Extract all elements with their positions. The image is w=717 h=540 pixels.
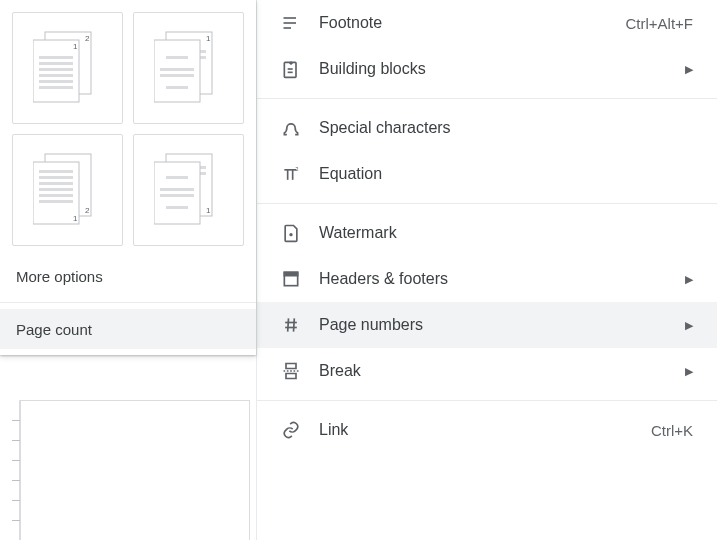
document-page xyxy=(20,400,250,540)
pi-icon: 2 xyxy=(279,162,303,186)
svg-point-50 xyxy=(289,233,292,236)
submenu-arrow-icon: ▶ xyxy=(685,365,693,378)
menu-item-headers-footers[interactable]: Headers & footers ▶ xyxy=(257,256,717,302)
svg-text:2: 2 xyxy=(85,34,90,43)
menu-label: Special characters xyxy=(319,119,693,137)
hash-icon xyxy=(279,313,303,337)
menu-item-break[interactable]: Break ▶ xyxy=(257,348,717,394)
more-options-item[interactable]: More options xyxy=(0,256,256,296)
more-options-label: More options xyxy=(16,268,103,285)
svg-text:1: 1 xyxy=(206,34,211,43)
svg-text:1: 1 xyxy=(73,214,78,223)
svg-rect-4 xyxy=(39,56,73,59)
svg-rect-8 xyxy=(39,80,73,83)
headers-footers-icon xyxy=(279,267,303,291)
svg-rect-5 xyxy=(39,62,73,65)
page-number-style-footer-skip-first[interactable]: 1 xyxy=(133,134,244,246)
svg-rect-18 xyxy=(166,86,188,89)
svg-rect-52 xyxy=(284,272,297,275)
svg-rect-33 xyxy=(154,162,200,224)
menu-separator xyxy=(257,98,717,99)
svg-rect-7 xyxy=(39,74,73,77)
svg-rect-35 xyxy=(160,188,194,191)
svg-rect-15 xyxy=(166,56,188,59)
page-thumb-icon: 2 1 xyxy=(33,148,103,232)
omega-icon xyxy=(279,116,303,140)
svg-rect-16 xyxy=(160,68,194,71)
menu-item-footnote[interactable]: Footnote Ctrl+Alt+F xyxy=(257,0,717,46)
svg-rect-9 xyxy=(39,86,73,89)
vertical-ruler xyxy=(0,400,20,540)
svg-rect-17 xyxy=(160,74,194,77)
page-count-item[interactable]: Page count xyxy=(0,309,256,349)
svg-rect-34 xyxy=(166,176,188,179)
submenu-arrow-icon: ▶ xyxy=(685,319,693,332)
menu-item-building-blocks[interactable]: Building blocks ▶ xyxy=(257,46,717,92)
svg-rect-26 xyxy=(39,188,73,191)
svg-text:2: 2 xyxy=(85,206,90,215)
menu-label: Page numbers xyxy=(319,316,677,334)
svg-text:1: 1 xyxy=(206,206,211,215)
svg-rect-28 xyxy=(39,200,73,203)
menu-label: Break xyxy=(319,362,677,380)
link-icon xyxy=(279,418,303,442)
menu-label: Link xyxy=(319,421,651,439)
page-numbers-submenu: 2 1 1 xyxy=(0,0,256,355)
svg-text:1: 1 xyxy=(73,42,78,51)
svg-rect-36 xyxy=(160,194,194,197)
page-break-icon xyxy=(279,359,303,383)
menu-label: Building blocks xyxy=(319,60,677,78)
menu-separator xyxy=(257,400,717,401)
menu-separator xyxy=(257,203,717,204)
menu-item-special-characters[interactable]: Special characters xyxy=(257,105,717,151)
svg-rect-27 xyxy=(39,194,73,197)
insert-menu: Footnote Ctrl+Alt+F Building blocks ▶ Sp… xyxy=(256,0,717,540)
page-count-label: Page count xyxy=(16,321,92,338)
svg-rect-23 xyxy=(39,170,73,173)
svg-line-55 xyxy=(288,318,289,331)
svg-rect-37 xyxy=(166,206,188,209)
menu-label: Headers & footers xyxy=(319,270,677,288)
menu-shortcut: Ctrl+Alt+F xyxy=(625,15,693,32)
menu-item-page-numbers[interactable]: Page numbers ▶ xyxy=(257,302,717,348)
menu-item-link[interactable]: Link Ctrl+K xyxy=(257,407,717,453)
menu-item-watermark[interactable]: Watermark xyxy=(257,210,717,256)
menu-label: Watermark xyxy=(319,224,693,242)
page-number-style-footer-first[interactable]: 2 1 xyxy=(12,134,123,246)
menu-label: Footnote xyxy=(319,14,625,32)
page-number-style-header-skip-first[interactable]: 1 xyxy=(133,12,244,124)
building-blocks-icon xyxy=(279,57,303,81)
footnote-icon xyxy=(279,11,303,35)
page-thumb-icon: 2 1 xyxy=(33,26,103,110)
svg-line-56 xyxy=(294,318,295,331)
svg-rect-24 xyxy=(39,176,73,179)
menu-label: Equation xyxy=(319,165,693,183)
watermark-icon xyxy=(279,221,303,245)
submenu-separator xyxy=(0,302,256,303)
svg-text:2: 2 xyxy=(295,166,298,172)
menu-shortcut: Ctrl+K xyxy=(651,422,693,439)
page-number-style-header-first[interactable]: 2 1 xyxy=(12,12,123,124)
page-number-style-grid: 2 1 1 xyxy=(0,8,256,256)
menu-item-equation[interactable]: 2 Equation xyxy=(257,151,717,197)
svg-rect-25 xyxy=(39,182,73,185)
svg-rect-6 xyxy=(39,68,73,71)
page-thumb-icon: 1 xyxy=(154,26,224,110)
submenu-arrow-icon: ▶ xyxy=(685,273,693,286)
page-thumb-icon: 1 xyxy=(154,148,224,232)
submenu-arrow-icon: ▶ xyxy=(685,63,693,76)
